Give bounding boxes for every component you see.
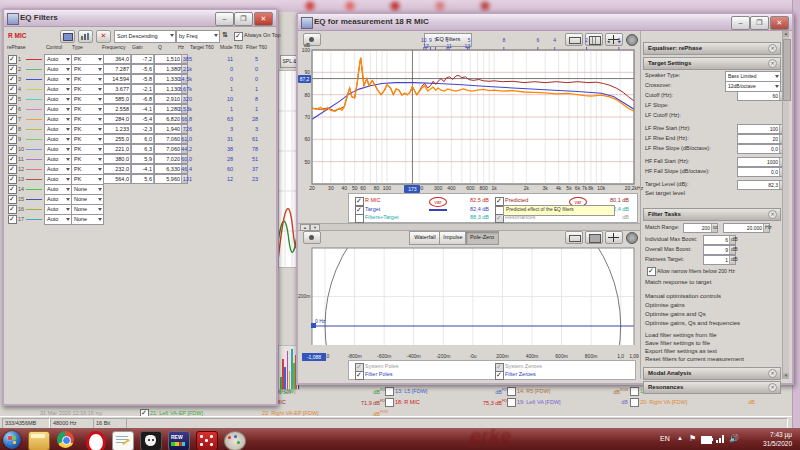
pz-y-cursor-marker [311,323,316,328]
target-settings-header[interactable]: Target Settings [643,57,781,70]
field-spinner[interactable]: 60 [737,91,786,101]
close-button[interactable]: ✕ [770,16,789,30]
pz-legend-checkbox[interactable] [355,371,364,380]
filter-enabled-checkbox[interactable] [8,185,17,194]
chrome-icon[interactable] [56,431,76,449]
filter-enabled-checkbox[interactable] [8,55,17,64]
filter-file-link[interactable]: Reset filters for current measurement [645,356,744,362]
resonances-header[interactable]: Resonances [643,381,781,394]
filter-enabled-checkbox[interactable] [8,135,17,144]
filter-enabled-checkbox[interactable] [8,75,17,84]
measurement-checkbox[interactable] [630,398,639,407]
media-player-icon[interactable] [140,431,162,450]
filter-enabled-checkbox[interactable] [8,105,17,114]
field-spinner[interactable]: 0,0 [737,167,786,177]
filter-enabled-checkbox[interactable] [8,165,17,174]
explorer-icon[interactable] [28,431,50,450]
sort-by-select[interactable]: by Freq [176,30,220,43]
filter-tasks-header[interactable]: Filter Tasks [643,208,781,221]
eq-filters-titlebar[interactable]: EQ Filters – ❐ ✕ [4,10,276,27]
measurement-checkbox[interactable] [630,387,639,396]
paint-icon[interactable] [224,431,246,450]
filter-number: 5 [18,96,21,102]
optimise-link[interactable]: Optimise gains and Qs [645,311,706,317]
filter-enabled-checkbox[interactable] [8,145,17,154]
measurement-label[interactable]: 13: L5 [FDW] [395,388,427,394]
field-spinner[interactable]: 20 [737,134,786,144]
filter-enabled-checkbox[interactable] [8,215,17,224]
filter-enabled-checkbox[interactable] [8,205,17,214]
optimise-link[interactable]: Optimise gains, Qs and frequencies [645,320,740,326]
filter-enabled-checkbox[interactable] [8,115,17,124]
equaliser-header[interactable]: Equaliser: rePhase [643,42,781,55]
filter-control-select[interactable]: Auto [44,214,72,225]
pz-legend-label: System Poles [365,363,399,369]
var-badge[interactable]: var [429,197,447,207]
battery-icon[interactable] [701,436,712,444]
maximize-button[interactable]: ❐ [234,12,253,26]
eq-filters-window: EQ Filters – ❐ ✕ R MIC ✕ Sort Descending… [2,8,278,406]
close-button[interactable]: ✕ [254,12,273,26]
minimize-button[interactable]: – [215,12,234,26]
rew-icon[interactable]: REW [168,431,190,450]
x-axis-tick: 2k [518,185,534,191]
measurement-label[interactable]: 20: Right VA [FDW] [640,399,687,405]
filter-file-link[interactable]: Export filter settings as text [645,348,717,354]
clock-time[interactable]: 7:43 μμ [744,431,792,438]
flag-icon[interactable]: ⚑ [689,434,696,443]
delete-filters-icon[interactable]: ✕ [96,30,111,43]
set-target-level-link[interactable]: Set target level [645,190,685,196]
filter-file-link[interactable]: Save filter settings to file [645,340,710,346]
sort-order-select[interactable]: Sort Descending [114,30,176,43]
match-response-link[interactable]: Match response to target [645,279,711,285]
pole-zero-plot[interactable]: 200m0 Hz-1,0-800m-600m-400m-200m-0u200m4… [298,224,640,369]
measurement-checkbox[interactable] [507,398,516,407]
start-button[interactable] [3,431,21,449]
measurement-label[interactable]: 19: Left VA [FDW] [517,399,561,405]
filter-type-select[interactable]: None [71,214,104,225]
tray-expand-icon[interactable]: ▲ [677,435,683,441]
field-spinner[interactable]: 1000 [737,157,786,167]
filter-enabled-checkbox[interactable] [8,155,17,164]
measurement-label[interactable]: 18: R MIC [395,399,420,405]
maximize-button[interactable]: ❐ [750,16,769,30]
volume-icon[interactable]: 🔊 [729,434,739,443]
measurement-checkbox[interactable] [507,387,516,396]
dice-app-icon[interactable] [196,431,218,450]
always-on-top-checkbox[interactable] [234,32,243,41]
sort-icon[interactable]: ⇅ [222,31,228,39]
opera-icon[interactable] [84,431,104,449]
modal-analysis-header[interactable]: Modal Analysis [643,367,781,380]
filter-enabled-checkbox[interactable] [8,95,17,104]
measurement-checkbox[interactable] [385,398,394,407]
field-spinner[interactable]: 0,0 [737,144,786,154]
filter-enabled-checkbox[interactable] [8,65,17,74]
filter-enabled-checkbox[interactable] [8,175,17,184]
chart-icon[interactable] [78,30,93,43]
measurement-label[interactable]: 21: Left VA-EP [FDW] [150,410,203,416]
match-range-to[interactable]: 20.000 [723,223,770,233]
field-spinner[interactable]: 82,3 [737,180,786,190]
optimise-link[interactable]: Optimise gains [645,302,685,308]
language-indicator[interactable]: EN [660,435,670,442]
measurement-label[interactable]: 14: R5 [FDW] [517,388,550,394]
legend-checkbox[interactable] [355,214,364,223]
filter-enabled-checkbox[interactable] [8,125,17,134]
clock-date[interactable]: 31/5/2020 [744,440,792,447]
pz-legend-checkbox[interactable] [495,371,504,380]
field-spinner[interactable]: 100 [737,124,786,134]
measurement-checkbox[interactable] [385,387,394,396]
save-filters-icon[interactable] [60,30,75,43]
filter-t60-value: 8 [234,96,258,102]
filter-enabled-checkbox[interactable] [8,85,17,94]
measurement-label[interactable]: 22: Right VA-EP [FDW] [262,410,319,416]
filter-enabled-checkbox[interactable] [8,195,17,204]
network-icon[interactable] [716,434,726,443]
minimize-button[interactable]: – [731,16,750,30]
filter-mode-t60-value: 60 [209,166,233,172]
notepad-icon[interactable] [112,431,134,450]
narrow-filters-checkbox[interactable] [647,267,656,276]
filter-file-link[interactable]: Load filter settings from file [645,332,717,338]
measurement-label[interactable]: 31 Mar 2020 12:16:16 πμ [40,410,102,416]
panel-scrollbar[interactable]: ▲ ▼ [782,31,789,379]
